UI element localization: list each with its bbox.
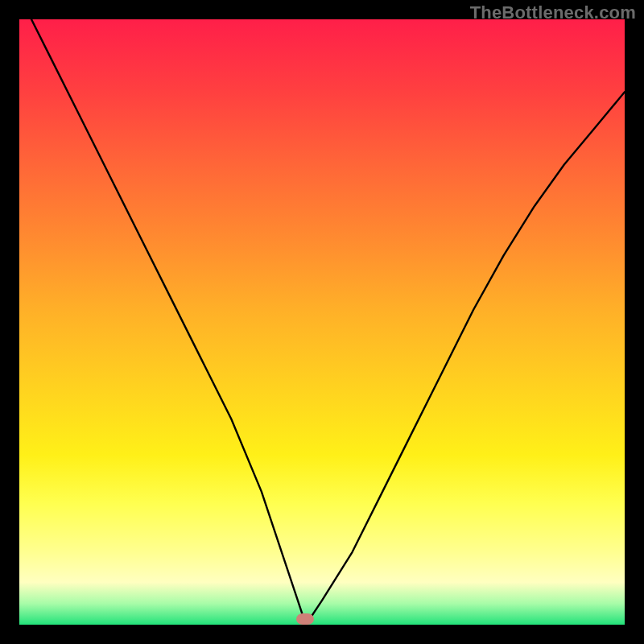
optimal-point-marker [296,613,314,625]
chart-plot-area [19,19,625,625]
bottleneck-curve [19,19,625,625]
watermark-label: TheBottleneck.com [470,2,636,23]
